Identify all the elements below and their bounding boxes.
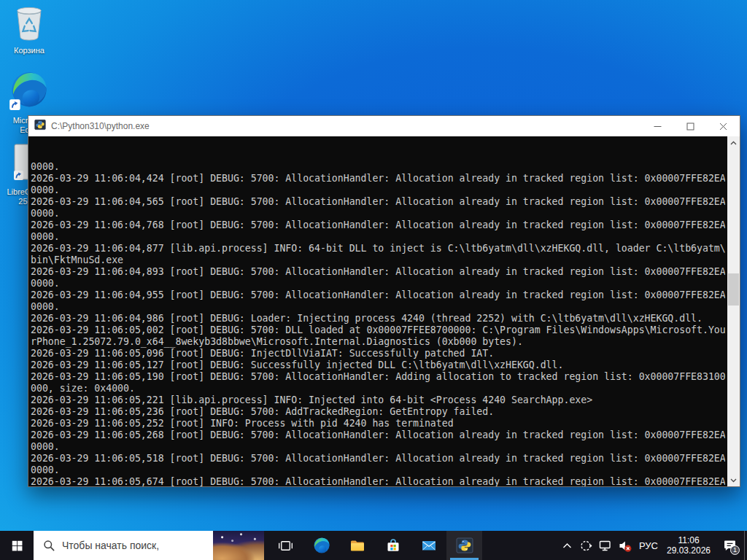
task-view-button[interactable] bbox=[268, 531, 303, 560]
scrollbar[interactable] bbox=[727, 136, 740, 486]
python-console-icon bbox=[456, 537, 473, 554]
console-line: 2026-03-29 11:06:04,893 [root] DEBUG: 57… bbox=[31, 266, 725, 278]
console-log: 0000.2026-03-29 11:06:04,424 [root] DEBU… bbox=[31, 138, 725, 486]
search-icon bbox=[43, 540, 55, 552]
taskbar-mail-button[interactable] bbox=[411, 531, 446, 560]
console-line: 0000. bbox=[31, 301, 725, 313]
console-line: 0000. bbox=[31, 464, 725, 476]
time: 11:06 bbox=[678, 535, 699, 545]
windows-logo-icon bbox=[11, 540, 23, 552]
taskbar-apps bbox=[268, 531, 482, 560]
tray-status-button[interactable] bbox=[576, 531, 595, 560]
task-view-icon bbox=[277, 537, 294, 554]
taskbar-store-button[interactable] bbox=[375, 531, 411, 560]
console-line: 2026-03-29 11:06:05,190 [root] DEBUG: 57… bbox=[31, 371, 725, 383]
recycle-bin-icon bbox=[12, 4, 46, 44]
store-icon bbox=[384, 537, 402, 554]
close-icon bbox=[719, 122, 727, 131]
maximize-icon bbox=[686, 122, 694, 131]
console-line: 0000. bbox=[31, 184, 725, 196]
console-line: 0000. bbox=[31, 208, 725, 219]
console-line: 2026-03-29 11:06:05,002 [root] DEBUG: 57… bbox=[31, 324, 725, 336]
console-output[interactable]: 0000.2026-03-29 11:06:04,424 [root] DEBU… bbox=[28, 136, 740, 486]
scrollbar-up-button[interactable] bbox=[727, 136, 740, 149]
console-line: 2026-03-29 11:06:05,252 [root] INFO: Pro… bbox=[31, 418, 725, 429]
taskbar-search bbox=[34, 531, 213, 560]
chevron-up-icon bbox=[730, 141, 737, 145]
console-window: C:\Python310\python.exe 0000.2026-03-29 … bbox=[28, 115, 740, 487]
scrollbar-down-button[interactable] bbox=[727, 474, 740, 486]
taskbar-file-explorer-button[interactable] bbox=[339, 531, 375, 560]
clock-text: 11:06 29.03.2026 bbox=[662, 535, 715, 556]
volume-button[interactable] bbox=[614, 531, 635, 560]
edge-icon bbox=[313, 537, 330, 554]
mail-icon bbox=[420, 537, 438, 554]
minimize-button[interactable] bbox=[641, 116, 674, 136]
window-titlebar[interactable]: C:\Python310\python.exe bbox=[28, 116, 740, 136]
console-line: 2026-03-29 11:06:05,221 [lib.api.process… bbox=[31, 394, 725, 406]
taskbar-edge-button[interactable] bbox=[303, 531, 339, 560]
language-indicator[interactable]: РУС bbox=[635, 531, 662, 560]
scrollbar-thumb[interactable] bbox=[728, 273, 739, 306]
console-line: 2026-03-29 11:06:04,768 [root] DEBUG: 57… bbox=[31, 219, 725, 231]
console-line: 2026-03-29 11:06:05,518 [root] DEBUG: 57… bbox=[31, 453, 725, 464]
clock[interactable]: 11:06 29.03.2026 bbox=[662, 531, 715, 560]
console-line: 2026-03-29 11:06:04,424 [root] DEBUG: 57… bbox=[31, 173, 725, 184]
console-line: 2026-03-29 11:06:05,096 [root] DEBUG: In… bbox=[31, 348, 725, 359]
chevron-up-icon bbox=[562, 542, 572, 549]
start-button[interactable] bbox=[0, 531, 34, 560]
network-button[interactable] bbox=[595, 531, 614, 560]
console-line: 2026-03-29 11:06:05,268 [root] DEBUG: 57… bbox=[31, 429, 725, 441]
python-console-icon bbox=[34, 119, 46, 133]
taskbar-python-console-button[interactable] bbox=[446, 531, 482, 560]
desktop-icon-recycle-bin[interactable]: Корзина bbox=[6, 4, 53, 55]
console-line: 2026-03-29 11:06:05,236 [root] DEBUG: 57… bbox=[31, 406, 725, 418]
console-line: bin\FktMnuSd.exe bbox=[31, 254, 725, 266]
maximize-button[interactable] bbox=[674, 116, 707, 136]
console-line: 0000. bbox=[31, 231, 725, 243]
window-title: C:\Python310\python.exe bbox=[51, 121, 641, 131]
console-line: 0000. bbox=[31, 278, 725, 289]
console-line: 2026-03-29 11:06:04,955 [root] DEBUG: 57… bbox=[31, 289, 725, 301]
console-line: 0000. bbox=[31, 161, 725, 173]
console-line: 0000. bbox=[31, 441, 725, 453]
system-tray: РУС 11:06 29.03.2026 1 bbox=[557, 531, 747, 560]
console-line: 2026-03-29 11:06:05,674 [root] DEBUG: 57… bbox=[31, 476, 725, 486]
desktop: Корзина Microsoft Edge LibreOffice 25.2 bbox=[0, 0, 747, 560]
console-line: 2026-03-29 11:06:05,127 [root] DEBUG: Su… bbox=[31, 359, 725, 371]
dashed-circle-icon bbox=[580, 540, 592, 552]
chevron-down-icon bbox=[730, 478, 737, 483]
show-desktop-button[interactable] bbox=[744, 531, 747, 560]
taskbar: РУС 11:06 29.03.2026 1 bbox=[0, 531, 747, 560]
edge-icon bbox=[9, 70, 49, 114]
date: 29.03.2026 bbox=[667, 545, 711, 556]
desktop-icon-label: Корзина bbox=[7, 46, 51, 55]
console-line: rPhone_1.25072.79.0_x64__8wekyb3d8bbwe\M… bbox=[31, 336, 725, 348]
volume-muted-icon bbox=[618, 539, 632, 553]
ethernet-icon bbox=[598, 540, 612, 552]
search-highlights-image[interactable] bbox=[213, 531, 264, 560]
search-input[interactable] bbox=[62, 540, 213, 551]
console-line: 2026-03-29 11:06:04,565 [root] DEBUG: 57… bbox=[31, 196, 725, 208]
console-line: 2026-03-29 11:06:04,986 [root] DEBUG: Lo… bbox=[31, 313, 725, 324]
tray-expand-button[interactable] bbox=[557, 531, 576, 560]
minimize-icon bbox=[654, 122, 662, 131]
console-line: 2026-03-29 11:06:04,877 [lib.api.process… bbox=[31, 243, 725, 254]
close-button[interactable] bbox=[707, 116, 740, 136]
notification-badge: 1 bbox=[730, 545, 740, 555]
action-center-button[interactable]: 1 bbox=[715, 531, 744, 560]
console-line: 000, size: 0x4000. bbox=[31, 383, 725, 394]
file-explorer-icon bbox=[349, 537, 366, 554]
